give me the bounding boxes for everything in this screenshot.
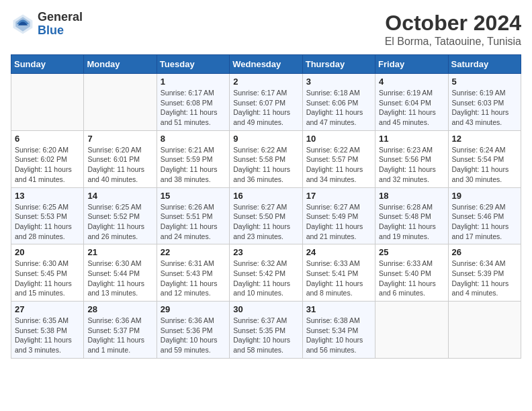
day-info: Sunrise: 6:35 AM Sunset: 5:38 PM Dayligh… bbox=[15, 316, 80, 355]
day-number: 1 bbox=[161, 77, 226, 87]
day-number: 22 bbox=[161, 247, 226, 257]
calendar-cell: 7Sunrise: 6:20 AM Sunset: 6:01 PM Daylig… bbox=[84, 130, 157, 187]
day-info: Sunrise: 6:38 AM Sunset: 5:34 PM Dayligh… bbox=[306, 316, 371, 355]
calendar-cell: 13Sunrise: 6:25 AM Sunset: 5:53 PM Dayli… bbox=[11, 187, 84, 244]
calendar-cell: 12Sunrise: 6:24 AM Sunset: 5:54 PM Dayli… bbox=[448, 130, 521, 187]
day-info: Sunrise: 6:37 AM Sunset: 5:35 PM Dayligh… bbox=[233, 316, 298, 355]
logo-icon bbox=[11, 12, 35, 36]
location-subtitle: El Borma, Tataouine, Tunisia bbox=[385, 36, 521, 48]
calendar-header: SundayMondayTuesdayWednesdayThursdayFrid… bbox=[11, 55, 521, 74]
day-info: Sunrise: 6:29 AM Sunset: 5:46 PM Dayligh… bbox=[452, 202, 517, 242]
day-info: Sunrise: 6:19 AM Sunset: 6:04 PM Dayligh… bbox=[379, 88, 444, 128]
calendar-week-row: 6Sunrise: 6:20 AM Sunset: 6:02 PM Daylig… bbox=[11, 130, 521, 187]
calendar-cell: 16Sunrise: 6:27 AM Sunset: 5:50 PM Dayli… bbox=[230, 187, 302, 244]
day-number: 15 bbox=[161, 191, 226, 201]
calendar-cell: 11Sunrise: 6:23 AM Sunset: 5:56 PM Dayli… bbox=[375, 130, 448, 187]
calendar-cell: 29Sunrise: 6:36 AM Sunset: 5:36 PM Dayli… bbox=[157, 302, 229, 359]
day-number: 23 bbox=[233, 247, 298, 257]
day-info: Sunrise: 6:20 AM Sunset: 6:01 PM Dayligh… bbox=[87, 145, 152, 185]
calendar-cell: 23Sunrise: 6:32 AM Sunset: 5:42 PM Dayli… bbox=[230, 244, 302, 302]
day-number: 4 bbox=[379, 77, 444, 87]
day-info: Sunrise: 6:21 AM Sunset: 5:59 PM Dayligh… bbox=[161, 145, 226, 185]
day-number: 31 bbox=[306, 304, 371, 314]
logo-text: General Blue bbox=[38, 11, 83, 38]
day-number: 17 bbox=[306, 191, 371, 201]
day-info: Sunrise: 6:17 AM Sunset: 6:07 PM Dayligh… bbox=[233, 88, 298, 128]
calendar-week-row: 1Sunrise: 6:17 AM Sunset: 6:08 PM Daylig… bbox=[11, 74, 521, 131]
day-number: 2 bbox=[233, 77, 298, 87]
day-number: 13 bbox=[15, 191, 80, 201]
day-info: Sunrise: 6:27 AM Sunset: 5:49 PM Dayligh… bbox=[306, 202, 371, 242]
day-number: 21 bbox=[87, 247, 152, 257]
header-row: SundayMondayTuesdayWednesdayThursdayFrid… bbox=[11, 55, 521, 74]
day-number: 9 bbox=[233, 134, 298, 144]
calendar-cell bbox=[448, 302, 521, 359]
calendar-cell: 20Sunrise: 6:30 AM Sunset: 5:45 PM Dayli… bbox=[11, 244, 84, 302]
day-info: Sunrise: 6:30 AM Sunset: 5:45 PM Dayligh… bbox=[15, 259, 80, 298]
calendar-cell: 17Sunrise: 6:27 AM Sunset: 5:49 PM Dayli… bbox=[302, 187, 375, 244]
month-title: October 2024 bbox=[385, 11, 521, 36]
calendar-cell: 22Sunrise: 6:31 AM Sunset: 5:43 PM Dayli… bbox=[157, 244, 229, 302]
header-day: Sunday bbox=[11, 55, 84, 74]
day-info: Sunrise: 6:22 AM Sunset: 5:57 PM Dayligh… bbox=[306, 145, 371, 185]
header-day: Monday bbox=[84, 55, 157, 74]
day-number: 30 bbox=[233, 304, 298, 314]
logo: General Blue bbox=[11, 11, 83, 38]
day-number: 7 bbox=[87, 134, 152, 144]
day-number: 20 bbox=[15, 247, 80, 257]
day-number: 14 bbox=[87, 191, 152, 201]
calendar-cell bbox=[375, 302, 448, 359]
day-info: Sunrise: 6:32 AM Sunset: 5:42 PM Dayligh… bbox=[233, 259, 298, 298]
day-info: Sunrise: 6:28 AM Sunset: 5:48 PM Dayligh… bbox=[379, 202, 444, 242]
header-day: Saturday bbox=[448, 55, 521, 74]
day-info: Sunrise: 6:30 AM Sunset: 5:44 PM Dayligh… bbox=[87, 259, 152, 298]
header-day: Friday bbox=[375, 55, 448, 74]
calendar-cell: 21Sunrise: 6:30 AM Sunset: 5:44 PM Dayli… bbox=[84, 244, 157, 302]
day-number: 27 bbox=[15, 304, 80, 314]
day-number: 25 bbox=[379, 247, 444, 257]
calendar-cell: 5Sunrise: 6:19 AM Sunset: 6:03 PM Daylig… bbox=[448, 74, 521, 131]
day-info: Sunrise: 6:27 AM Sunset: 5:50 PM Dayligh… bbox=[233, 202, 298, 242]
day-number: 18 bbox=[379, 191, 444, 201]
day-info: Sunrise: 6:19 AM Sunset: 6:03 PM Dayligh… bbox=[452, 88, 517, 128]
calendar-cell: 28Sunrise: 6:36 AM Sunset: 5:37 PM Dayli… bbox=[84, 302, 157, 359]
calendar-cell: 6Sunrise: 6:20 AM Sunset: 6:02 PM Daylig… bbox=[11, 130, 84, 187]
day-number: 26 bbox=[452, 247, 517, 257]
day-info: Sunrise: 6:23 AM Sunset: 5:56 PM Dayligh… bbox=[379, 145, 444, 185]
day-info: Sunrise: 6:24 AM Sunset: 5:54 PM Dayligh… bbox=[452, 145, 517, 185]
day-number: 11 bbox=[379, 134, 444, 144]
calendar-week-row: 13Sunrise: 6:25 AM Sunset: 5:53 PM Dayli… bbox=[11, 187, 521, 244]
calendar-cell: 9Sunrise: 6:22 AM Sunset: 5:58 PM Daylig… bbox=[230, 130, 302, 187]
day-number: 19 bbox=[452, 191, 517, 201]
day-info: Sunrise: 6:36 AM Sunset: 5:37 PM Dayligh… bbox=[87, 316, 152, 355]
calendar-cell: 25Sunrise: 6:33 AM Sunset: 5:40 PM Dayli… bbox=[375, 244, 448, 302]
calendar-cell: 31Sunrise: 6:38 AM Sunset: 5:34 PM Dayli… bbox=[302, 302, 375, 359]
day-number: 24 bbox=[306, 247, 371, 257]
day-number: 12 bbox=[452, 134, 517, 144]
day-number: 6 bbox=[15, 134, 80, 144]
calendar-cell: 2Sunrise: 6:17 AM Sunset: 6:07 PM Daylig… bbox=[230, 74, 302, 131]
calendar-table: SundayMondayTuesdayWednesdayThursdayFrid… bbox=[11, 54, 521, 359]
header-day: Tuesday bbox=[157, 55, 229, 74]
day-info: Sunrise: 6:20 AM Sunset: 6:02 PM Dayligh… bbox=[15, 145, 80, 185]
day-info: Sunrise: 6:26 AM Sunset: 5:51 PM Dayligh… bbox=[161, 202, 226, 242]
title-block: October 2024 El Borma, Tataouine, Tunisi… bbox=[385, 11, 521, 48]
calendar-cell bbox=[11, 74, 84, 131]
day-info: Sunrise: 6:25 AM Sunset: 5:53 PM Dayligh… bbox=[15, 202, 80, 242]
calendar-cell: 3Sunrise: 6:18 AM Sunset: 6:06 PM Daylig… bbox=[302, 74, 375, 131]
calendar-cell: 19Sunrise: 6:29 AM Sunset: 5:46 PM Dayli… bbox=[448, 187, 521, 244]
day-info: Sunrise: 6:34 AM Sunset: 5:39 PM Dayligh… bbox=[452, 259, 517, 298]
calendar-cell: 15Sunrise: 6:26 AM Sunset: 5:51 PM Dayli… bbox=[157, 187, 229, 244]
calendar-cell: 8Sunrise: 6:21 AM Sunset: 5:59 PM Daylig… bbox=[157, 130, 229, 187]
calendar-cell: 30Sunrise: 6:37 AM Sunset: 5:35 PM Dayli… bbox=[230, 302, 302, 359]
day-number: 28 bbox=[87, 304, 152, 314]
calendar-cell: 24Sunrise: 6:33 AM Sunset: 5:41 PM Dayli… bbox=[302, 244, 375, 302]
calendar-cell: 27Sunrise: 6:35 AM Sunset: 5:38 PM Dayli… bbox=[11, 302, 84, 359]
day-number: 3 bbox=[306, 77, 371, 87]
day-info: Sunrise: 6:18 AM Sunset: 6:06 PM Dayligh… bbox=[306, 88, 371, 128]
calendar-cell: 14Sunrise: 6:25 AM Sunset: 5:52 PM Dayli… bbox=[84, 187, 157, 244]
day-info: Sunrise: 6:25 AM Sunset: 5:52 PM Dayligh… bbox=[87, 202, 152, 242]
day-info: Sunrise: 6:36 AM Sunset: 5:36 PM Dayligh… bbox=[161, 316, 226, 355]
calendar-cell: 26Sunrise: 6:34 AM Sunset: 5:39 PM Dayli… bbox=[448, 244, 521, 302]
day-info: Sunrise: 6:22 AM Sunset: 5:58 PM Dayligh… bbox=[233, 145, 298, 185]
